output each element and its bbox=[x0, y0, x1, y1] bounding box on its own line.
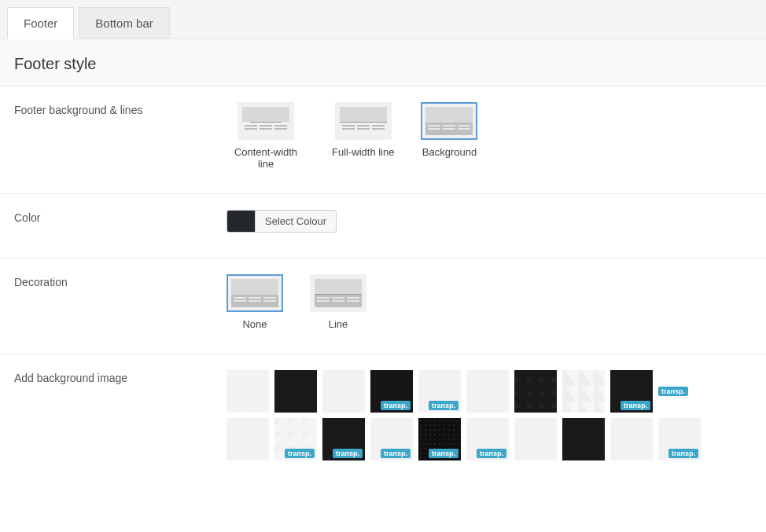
bg-image-item[interactable]: transp. bbox=[274, 418, 317, 460]
bg-image-item[interactable]: transp. bbox=[658, 418, 701, 460]
bg-image-item[interactable]: transp. bbox=[370, 370, 413, 413]
bg-image-item[interactable] bbox=[514, 418, 557, 460]
row-content: Content-width line Full-width line bbox=[226, 102, 752, 170]
tabs: Footer Bottom bar bbox=[0, 0, 766, 39]
option-group-decoration: None Line bbox=[226, 274, 752, 330]
transp-badge: transp. bbox=[381, 449, 411, 458]
bg-image-item[interactable] bbox=[226, 370, 269, 413]
option-label: None bbox=[242, 318, 267, 330]
transp-badge: transp. bbox=[429, 449, 458, 458]
bg-image-item[interactable]: transp. bbox=[322, 418, 365, 460]
color-picker[interactable]: Select Colour bbox=[226, 210, 337, 233]
row-label: Footer background & lines bbox=[14, 102, 226, 170]
bg-image-item[interactable] bbox=[226, 418, 269, 460]
option-thumb bbox=[421, 102, 477, 140]
row-content: transp.transp.transp.transp. transp.tran… bbox=[226, 370, 752, 460]
tab-bottom-bar[interactable]: Bottom bar bbox=[79, 7, 169, 39]
row-decoration: Decoration None bbox=[0, 259, 766, 354]
tab-label: Bottom bar bbox=[95, 17, 153, 30]
transp-badge: transp. bbox=[658, 387, 688, 396]
bg-image-item[interactable] bbox=[274, 370, 317, 413]
row-content: None Line bbox=[226, 274, 752, 330]
bg-image-item[interactable]: transp. bbox=[466, 418, 509, 460]
transp-badge: transp. bbox=[381, 401, 411, 410]
option-label: Content-width line bbox=[226, 146, 305, 170]
bg-image-item[interactable] bbox=[562, 418, 605, 460]
bg-image-grid: transp.transp.transp.transp. transp.tran… bbox=[226, 370, 752, 460]
bg-image-item[interactable] bbox=[466, 370, 509, 413]
row-label: Decoration bbox=[14, 274, 226, 330]
row-color: Color Select Colour bbox=[0, 194, 766, 259]
transp-badge: transp. bbox=[429, 401, 458, 410]
bg-image-item[interactable] bbox=[322, 370, 365, 413]
option-label: Full-width line bbox=[332, 146, 394, 158]
tab-label: Footer bbox=[24, 17, 57, 30]
option-thumb bbox=[238, 102, 294, 140]
row-label: Color bbox=[14, 210, 226, 234]
color-swatch[interactable] bbox=[227, 211, 256, 232]
bg-image-item[interactable]: transp. bbox=[418, 370, 461, 413]
tab-footer[interactable]: Footer bbox=[7, 7, 74, 39]
row-label: Add background image bbox=[14, 370, 226, 460]
option-thumb bbox=[226, 274, 283, 312]
bg-image-item[interactable] bbox=[610, 418, 653, 460]
option-decoration-none[interactable]: None bbox=[226, 274, 283, 330]
transp-badge: transp. bbox=[621, 401, 650, 410]
option-label: Background bbox=[422, 146, 477, 158]
option-full-width-line[interactable]: Full-width line bbox=[332, 102, 394, 170]
transp-badge: transp. bbox=[668, 449, 698, 458]
transp-badge: transp. bbox=[285, 449, 315, 458]
bg-image-item[interactable]: transp. bbox=[418, 418, 461, 460]
bg-row: transp.transp.transp.transp.transp.trans… bbox=[226, 418, 752, 460]
option-background[interactable]: Background bbox=[421, 102, 477, 170]
option-decoration-line[interactable]: Line bbox=[310, 274, 366, 330]
bg-row: transp.transp.transp.transp. bbox=[226, 370, 752, 413]
option-thumb bbox=[310, 274, 366, 312]
bg-image-item[interactable] bbox=[562, 370, 605, 413]
bg-image-item[interactable]: transp. bbox=[610, 370, 653, 413]
section-title: Footer style bbox=[0, 39, 766, 86]
option-content-width-line[interactable]: Content-width line bbox=[226, 102, 305, 170]
option-group-bg-lines: Content-width line Full-width line bbox=[226, 102, 752, 170]
bg-image-item[interactable]: transp. bbox=[370, 418, 413, 460]
row-bg-lines: Footer background & lines Content-width bbox=[0, 86, 766, 194]
row-content: Select Colour bbox=[226, 210, 752, 234]
transp-badge: transp. bbox=[477, 449, 506, 458]
bg-image-item[interactable] bbox=[514, 370, 557, 413]
option-thumb bbox=[335, 102, 392, 140]
select-colour-button[interactable]: Select Colour bbox=[256, 211, 336, 232]
transp-badge: transp. bbox=[333, 449, 363, 458]
row-bg-image: Add background image transp.transp.trans… bbox=[0, 354, 766, 468]
option-label: Line bbox=[329, 318, 348, 330]
